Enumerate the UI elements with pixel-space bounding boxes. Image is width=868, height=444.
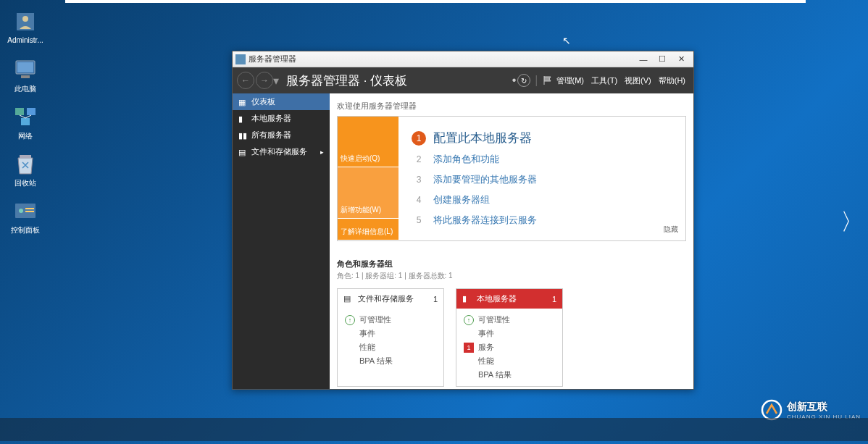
sidebar: ▦仪表板 ▮本地服务器 ▮▮所有服务器 ▤文件和存储服务▸ <box>233 93 330 389</box>
roles-heading: 角色和服务器组 <box>337 259 686 269</box>
network-icon <box>12 104 38 130</box>
welcome-box: 快速启动(Q) 新增功能(W) 了解详细信息(L) 1配置此本地服务器 2添加角… <box>337 116 686 241</box>
tab-learnmore[interactable]: 了解详细信息(L) <box>338 219 398 240</box>
desktop-icon-controlpanel[interactable]: 控制面板 <box>4 198 47 235</box>
flag-icon[interactable] <box>543 75 553 85</box>
tab-quickstart[interactable]: 快速启动(Q) <box>338 117 398 167</box>
svg-rect-7 <box>21 118 30 125</box>
status-ok-icon <box>345 315 355 325</box>
menu-view[interactable]: 视图(V) <box>625 75 651 86</box>
computer-icon <box>12 56 38 83</box>
header-bar: ← → ▾ 服务器管理器 · 仪表板 • ↻ | 管理(M) 工具(T) 视图(… <box>233 67 693 93</box>
storage-icon: ▤ <box>238 148 249 156</box>
status-error-icon: 1 <box>464 343 474 353</box>
tile-count: 1 <box>552 295 556 303</box>
tile-title: 本地服务器 <box>477 293 517 304</box>
titlebar[interactable]: 服务器管理器 — ☐ ✕ <box>233 51 693 67</box>
step-addservers[interactable]: 3添加要管理的其他服务器 <box>412 172 672 187</box>
next-arrow-icon[interactable]: 〉 <box>840 206 864 238</box>
menu-tools[interactable]: 工具(T) <box>591 75 617 86</box>
tile-file-storage[interactable]: ▤文件和存储服务1 可管理性 事件 性能 BPA 结果 <box>337 288 444 387</box>
svg-point-12 <box>19 209 23 213</box>
desktop-icon-label: 此电脑 <box>14 85 36 93</box>
sidebar-item-storage[interactable]: ▤文件和存储服务▸ <box>233 143 330 160</box>
tile-title: 文件和存储服务 <box>358 293 414 304</box>
tile-local-server[interactable]: ▮本地服务器1 可管理性 事件 1服务 性能 BPA 结果 <box>456 288 563 387</box>
server-icon: ▮ <box>238 114 249 123</box>
tiles-row: ▤文件和存储服务1 可管理性 事件 性能 BPA 结果 ▮本地服务器1 可管理性… <box>337 288 686 387</box>
user-icon <box>12 9 38 35</box>
hide-link[interactable]: 隐藏 <box>664 225 678 235</box>
svg-rect-6 <box>27 108 36 115</box>
sidebar-label: 所有服务器 <box>251 130 291 141</box>
sidebar-item-local[interactable]: ▮本地服务器 <box>233 110 330 127</box>
desktop-icon-thispc[interactable]: 此电脑 <box>4 56 47 94</box>
desktop-icon-label: Administr... <box>7 36 43 44</box>
quick-tabs: 快速启动(Q) 新增功能(W) 了解详细信息(L) <box>338 117 398 240</box>
step-configure[interactable]: 1配置此本地服务器 <box>412 130 672 146</box>
controlpanel-icon <box>12 198 38 224</box>
desktop-icon-recyclebin[interactable]: 回收站 <box>4 151 47 188</box>
refresh-icon[interactable]: ↻ <box>517 74 530 87</box>
minimize-button[interactable]: — <box>634 53 653 66</box>
desktop-icon-label: 网络 <box>18 132 33 140</box>
breadcrumb: 服务器管理器 · 仪表板 <box>286 72 407 89</box>
svg-rect-5 <box>15 108 24 115</box>
step-cloudconnect[interactable]: 5将此服务器连接到云服务 <box>412 213 672 227</box>
window-title: 服务器管理器 <box>249 54 296 64</box>
svg-rect-13 <box>25 208 34 209</box>
svg-rect-10 <box>20 155 31 158</box>
dashboard-icon: ▦ <box>238 98 249 106</box>
forward-button[interactable]: → <box>256 72 273 89</box>
svg-rect-14 <box>25 211 34 212</box>
sidebar-label: 文件和存储服务 <box>251 146 307 157</box>
menu-help[interactable]: 帮助(H) <box>659 75 685 86</box>
menu-manage[interactable]: 管理(M) <box>556 75 585 86</box>
sidebar-item-all[interactable]: ▮▮所有服务器 <box>233 127 330 143</box>
svg-line-9 <box>25 115 31 118</box>
steps-list: 1配置此本地服务器 2添加角色和功能 3添加要管理的其他服务器 4创建服务器组 … <box>398 117 685 240</box>
maximize-button[interactable]: ☐ <box>653 53 672 66</box>
welcome-label: 欢迎使用服务器管理器 <box>337 101 686 112</box>
desktop-icon-label: 回收站 <box>14 179 36 187</box>
close-button[interactable]: ✕ <box>672 53 690 66</box>
svg-rect-3 <box>17 62 33 72</box>
status-ok-icon <box>464 315 474 325</box>
main-content: 欢迎使用服务器管理器 快速启动(Q) 新增功能(W) 了解详细信息(L) 1配置… <box>330 93 693 389</box>
sidebar-label: 本地服务器 <box>251 113 291 124</box>
svg-point-1 <box>22 16 28 22</box>
svg-rect-4 <box>21 75 30 78</box>
step-addroles[interactable]: 2添加角色和功能 <box>412 152 672 167</box>
sidebar-label: 仪表板 <box>251 96 275 107</box>
server-icon: ▮ <box>462 294 472 304</box>
desktop-icon-network[interactable]: 网络 <box>4 104 47 141</box>
brand-name: 创新互联 <box>787 401 827 412</box>
server-manager-window: 服务器管理器 — ☐ ✕ ← → ▾ 服务器管理器 · 仪表板 • ↻ | 管理… <box>232 51 694 390</box>
cursor-icon: ↖ <box>562 35 571 46</box>
desktop-icon-admin[interactable]: Administr... <box>4 9 47 44</box>
roles-subtext: 角色: 1 | 服务器组: 1 | 服务器总数: 1 <box>337 271 686 281</box>
servers-icon: ▮▮ <box>238 131 249 140</box>
app-icon <box>235 54 246 64</box>
step-creategroup[interactable]: 4创建服务器组 <box>412 193 672 207</box>
back-button[interactable]: ← <box>237 72 254 89</box>
tab-whatsnew[interactable]: 新增功能(W) <box>338 167 398 218</box>
tile-count: 1 <box>433 295 438 303</box>
storage-icon: ▤ <box>343 294 354 304</box>
sidebar-item-dashboard[interactable]: ▦仪表板 <box>233 93 330 110</box>
taskbar[interactable] <box>0 418 868 441</box>
svg-line-8 <box>20 115 25 118</box>
desktop-icon-label: 控制面板 <box>11 226 40 234</box>
recyclebin-icon <box>12 151 38 177</box>
